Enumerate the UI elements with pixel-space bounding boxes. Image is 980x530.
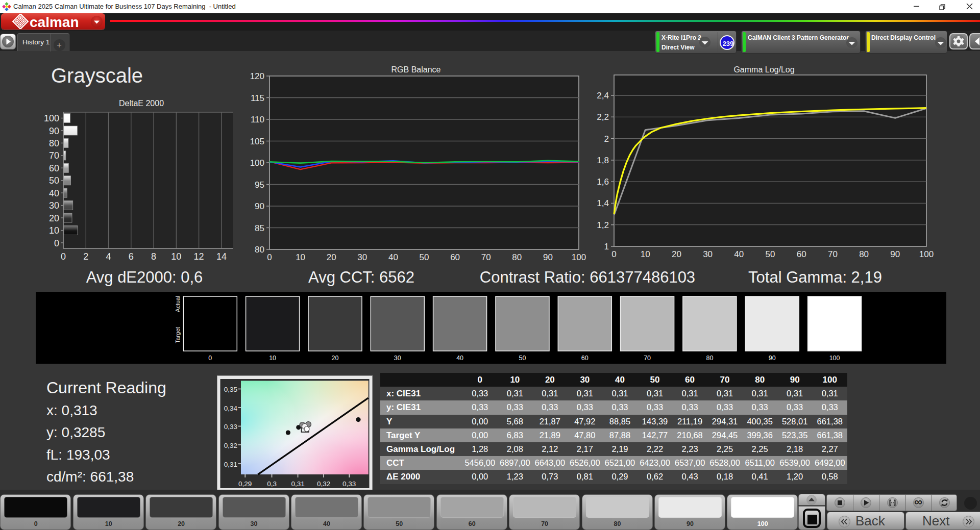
svg-text:1,4: 1,4	[597, 198, 609, 208]
svg-text:30: 30	[394, 355, 401, 362]
svg-text:10: 10	[296, 253, 305, 262]
svg-text:110: 110	[251, 115, 264, 124]
svg-text:30: 30	[703, 249, 713, 259]
svg-text:2: 2	[83, 251, 88, 262]
svg-text:40: 40	[734, 249, 744, 259]
svg-text:90: 90	[769, 355, 776, 362]
svg-text:80: 80	[706, 355, 713, 362]
svg-text:60: 60	[450, 253, 460, 262]
svg-text:DeltaE 2000: DeltaE 2000	[119, 99, 164, 108]
svg-text:1,2: 1,2	[597, 220, 609, 230]
svg-text:1: 1	[604, 242, 609, 251]
svg-text:80: 80	[512, 253, 522, 262]
svg-text:60: 60	[581, 355, 589, 362]
svg-text:80: 80	[859, 249, 869, 259]
svg-text:10: 10	[641, 249, 650, 259]
svg-text:20: 20	[672, 249, 681, 259]
svg-text:Target: Target	[175, 326, 181, 343]
svg-text:60: 60	[797, 249, 806, 259]
svg-text:30: 30	[49, 200, 59, 211]
svg-text:70: 70	[644, 355, 651, 362]
svg-text:0,32: 0,32	[224, 442, 237, 449]
svg-text:100: 100	[919, 249, 934, 259]
svg-text:1,6: 1,6	[597, 177, 609, 187]
svg-text:50: 50	[49, 175, 59, 186]
svg-text:12: 12	[194, 251, 204, 262]
svg-text:90: 90	[890, 249, 900, 259]
svg-text:0,32: 0,32	[317, 480, 330, 488]
svg-text:80: 80	[49, 138, 59, 148]
svg-text:80: 80	[255, 245, 264, 255]
svg-text:40: 40	[49, 188, 59, 198]
svg-text:40: 40	[456, 355, 463, 362]
svg-text:0: 0	[611, 249, 616, 259]
svg-text:0,31: 0,31	[224, 461, 237, 468]
svg-text:Gamma Log/Log: Gamma Log/Log	[733, 65, 794, 74]
svg-text:4: 4	[106, 251, 111, 262]
svg-text:Actual: Actual	[175, 296, 181, 312]
svg-text:90: 90	[255, 201, 264, 211]
svg-text:0,31: 0,31	[291, 480, 304, 488]
svg-text:1,8: 1,8	[597, 156, 609, 165]
svg-text:2: 2	[604, 134, 609, 144]
svg-text:40: 40	[388, 253, 398, 262]
svg-text:70: 70	[49, 150, 59, 161]
svg-text:2,2: 2,2	[597, 112, 609, 122]
svg-text:0,35: 0,35	[224, 386, 237, 393]
svg-text:60: 60	[49, 163, 59, 173]
svg-text:2,4: 2,4	[597, 91, 609, 100]
svg-text:100: 100	[829, 355, 840, 362]
svg-text:120: 120	[250, 71, 264, 81]
svg-text:RGB Balance: RGB Balance	[391, 65, 441, 74]
svg-text:100: 100	[572, 253, 586, 262]
svg-text:20: 20	[49, 213, 59, 223]
svg-text:115: 115	[251, 93, 264, 103]
svg-text:50: 50	[519, 355, 526, 362]
svg-text:10: 10	[269, 355, 276, 362]
svg-text:20: 20	[327, 253, 336, 262]
svg-text:6: 6	[129, 251, 134, 262]
svg-text:20: 20	[332, 355, 339, 362]
svg-text:90: 90	[543, 253, 553, 262]
svg-text:70: 70	[828, 249, 838, 259]
svg-text:100: 100	[250, 158, 264, 168]
svg-text:70: 70	[481, 253, 491, 262]
svg-text:0,29: 0,29	[238, 480, 252, 488]
svg-text:0,33: 0,33	[224, 423, 237, 431]
svg-text:0,3: 0,3	[267, 480, 277, 488]
svg-text:0,34: 0,34	[224, 405, 238, 412]
svg-text:10: 10	[49, 225, 59, 236]
svg-text:0: 0	[267, 253, 272, 262]
svg-text:10: 10	[171, 251, 181, 262]
svg-text:0,33: 0,33	[342, 480, 356, 488]
svg-text:105: 105	[250, 137, 264, 146]
svg-text:90: 90	[49, 126, 59, 136]
svg-text:95: 95	[255, 180, 264, 190]
svg-text:14: 14	[216, 251, 227, 262]
svg-text:50: 50	[420, 253, 429, 262]
svg-text:30: 30	[357, 253, 367, 262]
svg-text:0: 0	[208, 355, 212, 362]
svg-text:0: 0	[54, 238, 59, 248]
svg-text:85: 85	[255, 223, 264, 233]
svg-text:100: 100	[44, 113, 59, 123]
svg-text:50: 50	[766, 249, 775, 259]
svg-text:8: 8	[151, 251, 156, 262]
svg-text:0: 0	[61, 251, 66, 262]
